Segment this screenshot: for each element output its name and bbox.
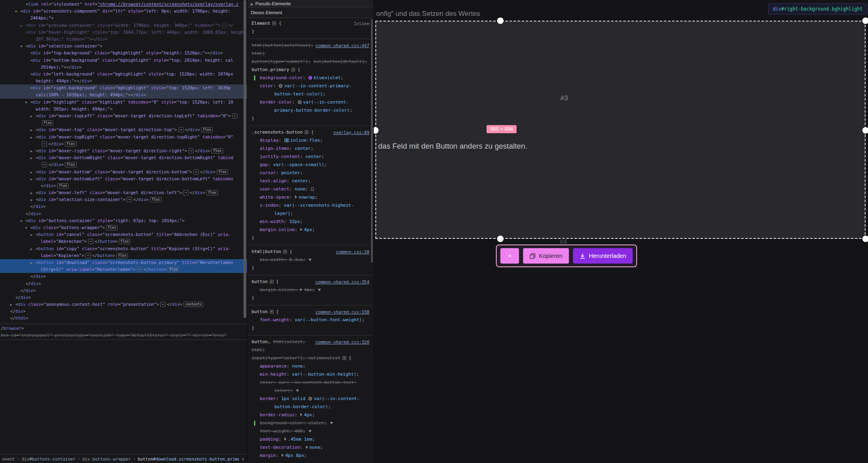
rule-line[interactable]: button-text-color); (248, 90, 373, 98)
rule-line[interactable]: } (248, 115, 373, 123)
filter-overridden-icon[interactable] (296, 389, 299, 392)
markup-line[interactable]: </div> (0, 273, 247, 280)
rule-line[interactable]: z-index: var(--screenshots-highest- (248, 201, 373, 210)
flex-badge[interactable]: flex (211, 148, 223, 154)
markup-line[interactable]: ▶<div id="mover-topLeft" class="mover-ta… (0, 113, 247, 119)
expand-twisty-icon[interactable]: ▶ (30, 155, 36, 161)
expand-twisty-icon[interactable]: ▶ (30, 176, 36, 182)
flex-badge[interactable]: flex (150, 197, 161, 202)
expand-twisty-icon[interactable]: ▶ (30, 232, 36, 238)
expand-twisty-icon[interactable]: ▶ (30, 113, 36, 119)
rule-line[interactable]: button, html|select,common-shared.css:32… (248, 335, 373, 346)
flex-badge[interactable]: flex (217, 169, 228, 175)
markup-line[interactable]: ▶<div id="mover-left" class="mover-targe… (0, 189, 247, 196)
ellipsis-badge[interactable]: ⋯ (194, 169, 199, 175)
breadcrumb-item[interactable]: div.buttons-wrapper (80, 457, 133, 461)
rule-line[interactable]: padding: .45em 1em; (248, 435, 373, 444)
stylesheet-source-link[interactable]: common.css:20 (336, 248, 369, 256)
markup-line[interactable]: ▼<div class="buttons-wrapper">flex (0, 224, 247, 231)
rule-line[interactable]: background-color: violet; (248, 419, 373, 427)
markup-line[interactable]: ▶<button id="download" class="screenshot… (0, 259, 247, 266)
rule-line[interactable]: display: inline-flex; (248, 136, 373, 145)
expand-twisty-icon[interactable]: ▶ (30, 169, 36, 175)
rule-line[interactable]: } (248, 28, 373, 36)
expand-twisty-icon[interactable]: ▼ (15, 8, 20, 15)
selection-handle-bottom[interactable] (497, 236, 504, 242)
stylesheet-source-link[interactable]: overlay.css:89 (333, 128, 369, 136)
rule-line[interactable]: color: var(--in-content-primary- (248, 82, 373, 90)
selection-handle-right[interactable] (862, 127, 868, 134)
ellipsis-badge[interactable]: ⋯ (42, 162, 47, 167)
ellipsis-badge[interactable]: ⋯ (160, 302, 166, 307)
flex-badge[interactable]: flex (119, 239, 130, 244)
markup-line[interactable]: ▶<div id="mover-bottom" class="mover-tar… (0, 169, 247, 175)
breadcrumb-item[interactable]: onent (0, 457, 17, 461)
flex-badge[interactable]: flex (116, 253, 128, 258)
contents-badge[interactable]: contents (183, 302, 203, 307)
selection-handle-top[interactable] (497, 17, 504, 24)
expand-twisty-icon[interactable]: ▼ (25, 225, 30, 231)
markup-line[interactable]: 2014px);"></div> (0, 64, 247, 71)
rule-line[interactable]: white-space: nowrap; (248, 193, 373, 201)
rule-line[interactable]: font-weight: var(--button-font-weight); (248, 316, 373, 324)
markup-line[interactable]: ▶<div id="mover-top" class="mover-target… (0, 126, 247, 133)
markup-line[interactable]: ▶<div id="mover-bottomLeft" class="mover… (0, 175, 247, 182)
flex-badge[interactable]: flex (206, 190, 218, 195)
markup-line[interactable]: ▶<button id="cancel" class="screenshots-… (0, 231, 247, 238)
rule-line[interactable]: border: 1px solid var(--in-content- (248, 395, 373, 403)
rule-line[interactable]: color); (248, 387, 373, 395)
rule-line[interactable]: html| (248, 346, 373, 354)
markup-view-panel[interactable]: <link rel="stylesheet" href="chrome://br… (0, 0, 248, 463)
stylesheet-href-link[interactable]: "chrome://browser/content/screenshots/ov… (97, 2, 239, 6)
rule-line[interactable]: text-align: center; (248, 177, 373, 185)
ellipsis-badge[interactable]: ⋯ (232, 113, 237, 119)
ellipsis-badge[interactable]: ⋯ (42, 141, 47, 147)
selector-highlighter-icon[interactable] (272, 22, 276, 25)
rule-line[interactable]: border-radius: 4px; (248, 411, 373, 419)
flex-badge[interactable]: flex (106, 225, 117, 230)
rule-line[interactable]: margin: 4px 8px; (248, 452, 373, 460)
markup-line[interactable]: </div>flex (0, 182, 247, 189)
markup-line[interactable]: label="Abbrechen">⋯</button>flex (0, 238, 247, 245)
markup-line[interactable]: ⋯</div>flex (0, 161, 247, 168)
rule-line[interactable]: } (248, 294, 373, 302)
rule-line[interactable]: min-width: 6.3em; (248, 256, 373, 264)
filter-overridden-icon[interactable] (308, 430, 312, 433)
breadcrumb-item[interactable]: div#buttons-container (19, 457, 78, 461)
rule-line[interactable]: .screenshots-button {overlay.css:89 (248, 125, 373, 136)
markup-line[interactable]: ▶<button id="copy" class="screenshots-bu… (0, 245, 247, 252)
rule-line[interactable]: margin-inline: 4px; (248, 286, 373, 294)
rule-line[interactable]: button[type="submit"], xul|button[defaul… (248, 58, 373, 66)
expand-twisty-icon[interactable]: ▶ (30, 127, 36, 133)
rule-line[interactable]: justify-content: center; (248, 153, 373, 161)
flex-badge[interactable]: flex (57, 183, 69, 188)
breadcrumb-item[interactable]: button#download.screenshots-button.prima… (136, 457, 239, 461)
rule-line[interactable]: html|button[autofocus],common-shared.css… (248, 39, 373, 50)
markup-line[interactable]: </div> (0, 280, 247, 287)
filter-overridden-icon[interactable] (330, 422, 333, 424)
expand-twisty-icon[interactable]: ▶ (30, 197, 36, 203)
markup-line[interactable]: ▶<div id="mover-right" class="mover-targ… (0, 147, 247, 154)
rule-line[interactable]: background-color: blueviolet; (248, 74, 373, 82)
ellipsis-badge[interactable]: ⋯ (88, 239, 93, 244)
color-swatch-icon[interactable] (308, 76, 312, 80)
expand-twisty-icon[interactable]: ▶ (30, 260, 36, 266)
selector-highlighter-icon[interactable] (270, 310, 274, 314)
rules-scrollbar-thumb[interactable] (371, 19, 373, 263)
flex-highlighter-toggle-icon[interactable] (284, 138, 289, 142)
selector-highlighter-icon[interactable] (270, 280, 274, 283)
markup-line[interactable]: box id="statuspanel" previoustype="overL… (0, 332, 247, 339)
rule-line[interactable]: min-height: var(--button-min-height); (248, 370, 373, 379)
markup-line[interactable]: <div id="left-background" class="bghighl… (0, 71, 247, 78)
rule-line[interactable]: button-border-color); (248, 403, 373, 411)
selector-highlighter-icon[interactable] (305, 130, 308, 134)
markup-line[interactable]: <div id="top-background" class="bghighli… (0, 50, 247, 56)
rule-line[interactable]: input[type="color"], xul|menulist { (248, 354, 373, 362)
expand-twisty-icon[interactable]: ▶ (10, 301, 15, 308)
markup-line[interactable]: <div id="bottom-background" class="bghig… (0, 57, 247, 64)
rule-line[interactable]: color: var(--in-content-button-text- (248, 379, 373, 387)
markup-line[interactable]: ▶<div id="mover-topRight" class="mover-t… (0, 134, 247, 141)
rule-line[interactable]: } (248, 234, 373, 242)
rule-line[interactable]: border-color: var(--in-content- (248, 98, 373, 106)
ellipsis-badge[interactable]: ⋯ (85, 253, 90, 258)
